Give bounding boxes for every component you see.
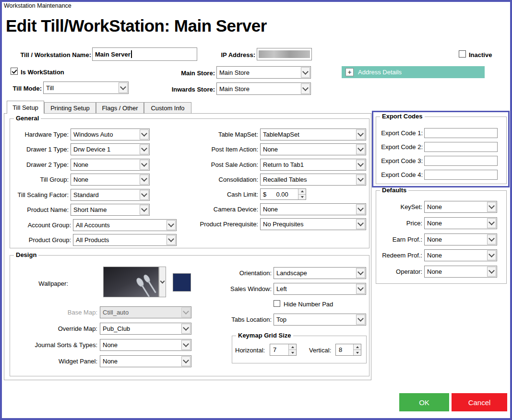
sales-window-select[interactable]: Left [274, 283, 366, 295]
account-group-select[interactable]: All Accounts [73, 219, 177, 231]
dropdown-arrow-icon[interactable] [119, 82, 128, 93]
dropdown-arrow-icon[interactable] [487, 202, 496, 212]
redeem-prof-select[interactable]: None [424, 249, 497, 261]
is-workstation-checkbox[interactable] [11, 68, 18, 75]
dropdown-arrow-icon[interactable] [487, 218, 496, 228]
export-code-1-input[interactable] [424, 128, 498, 138]
dropdown-arrow-icon[interactable] [356, 175, 365, 185]
hardware-type-select[interactable]: Windows Auto [71, 128, 150, 140]
dropdown-arrow-icon[interactable] [167, 235, 176, 245]
dropdown-arrow-icon[interactable] [356, 144, 365, 154]
post-item-action-label: Post Item Action: [185, 146, 258, 153]
dropdown-arrow-icon[interactable] [356, 268, 365, 278]
spinner-buttons[interactable] [288, 344, 296, 355]
dropdown-arrow-icon[interactable] [356, 284, 365, 294]
tabs-location-select[interactable]: Top [274, 314, 366, 326]
consolidation-select[interactable]: Recalled Tables [260, 174, 366, 186]
inactive-checkbox[interactable] [459, 50, 466, 58]
tab-flags-other[interactable]: Flags / Other [96, 102, 144, 114]
post-item-action-select[interactable]: None [260, 143, 366, 155]
keyset-select[interactable]: None [424, 201, 497, 213]
inactive-label[interactable]: Inactive [469, 51, 492, 58]
widget-panel-select[interactable]: None [100, 355, 191, 367]
horizontal-input[interactable]: 7 [270, 344, 297, 356]
dropdown-arrow-icon[interactable] [356, 160, 365, 170]
spin-down-button[interactable] [354, 350, 361, 355]
till-workstation-name-input[interactable]: Main Server [92, 47, 197, 61]
dropdown-arrow-icon[interactable] [140, 129, 149, 140]
product-name-select[interactable]: Short Name [71, 204, 150, 216]
hide-number-pad-label[interactable]: Hide Number Pad [284, 301, 333, 308]
spinner-buttons[interactable] [353, 344, 361, 355]
drawer-2-type-select[interactable]: None [71, 159, 150, 171]
till-mode-select[interactable]: Till [43, 82, 129, 94]
camera-device-select[interactable]: None [260, 203, 366, 215]
earn-prof-select[interactable]: None [424, 233, 497, 245]
spinner-buttons[interactable] [298, 189, 306, 199]
spin-up-button[interactable] [354, 344, 361, 350]
dropdown-arrow-icon[interactable] [181, 356, 191, 366]
cutlery-photo-icon [104, 267, 158, 297]
dropdown-arrow-icon[interactable] [356, 129, 365, 140]
dropdown-arrow-icon[interactable] [356, 219, 365, 229]
address-details-label: Address Details [358, 69, 402, 76]
consolidation-value: Recalled Tables [261, 174, 356, 185]
till-group-select[interactable]: None [71, 174, 150, 186]
operator-select[interactable]: None [424, 266, 497, 278]
is-workstation-label[interactable]: Is WorkStation [21, 69, 64, 76]
till-scaling-factor-select[interactable]: Standard [71, 189, 150, 201]
ip-address-input[interactable] [257, 48, 312, 60]
spin-down-button[interactable] [298, 194, 306, 200]
inwards-store-select[interactable]: Main Store [216, 82, 311, 95]
dropdown-arrow-icon[interactable] [301, 67, 310, 78]
journal-sorts-types-select[interactable]: None [100, 339, 191, 351]
dropdown-arrow-icon[interactable] [487, 250, 496, 260]
dropdown-arrow-icon[interactable] [356, 315, 365, 325]
cash-limit-input[interactable]: $ 0.00 [260, 188, 306, 200]
override-map-select[interactable]: Pub_Club [100, 323, 191, 335]
tab-custom-info[interactable]: Custom Info [144, 102, 191, 114]
spin-up-button[interactable] [298, 189, 306, 194]
hide-number-pad-checkbox[interactable] [274, 300, 280, 307]
dropdown-arrow-icon[interactable] [140, 205, 149, 215]
dropdown-arrow-icon[interactable] [487, 267, 496, 277]
dropdown-arrow-icon[interactable] [301, 83, 310, 94]
wallpaper-color-swatch[interactable] [173, 273, 191, 292]
vertical-input[interactable]: 8 [335, 344, 361, 356]
keyset-value: None [425, 201, 487, 212]
dropdown-arrow-icon[interactable] [487, 234, 496, 245]
spin-up-button[interactable] [289, 344, 296, 350]
ok-button[interactable]: OK [399, 393, 449, 411]
dropdown-arrow-icon[interactable] [140, 160, 149, 170]
export-code-2-input[interactable] [424, 142, 498, 152]
dropdown-arrow-icon[interactable] [181, 340, 191, 350]
wallpaper-preview-image[interactable] [103, 267, 159, 297]
dropdown-arrow-icon[interactable] [181, 324, 191, 334]
dropdown-arrow-icon[interactable] [140, 175, 149, 185]
orientation-select[interactable]: Landscape [274, 267, 366, 279]
tabs-location-label: Tabs Location: [210, 316, 272, 323]
dropdown-arrow-icon[interactable] [140, 190, 149, 200]
tab-printing-setup[interactable]: Printing Setup [44, 102, 96, 114]
window-title: Workstation Maintenance [4, 2, 71, 10]
account-group-value: All Accounts [73, 220, 166, 231]
drawer-1-type-select[interactable]: Drw Device 1 [71, 143, 150, 155]
main-store-select[interactable]: Main Store [216, 66, 311, 79]
product-prerequisite-select[interactable]: No Prequisites [260, 218, 366, 230]
tab-till-setup[interactable]: Till Setup [7, 101, 44, 114]
table-mapset-select[interactable]: TableMapSet [260, 128, 366, 140]
inwards-store-value: Main Store [217, 83, 300, 94]
dropdown-arrow-icon[interactable] [167, 220, 176, 230]
wallpaper-dropdown-button[interactable] [159, 267, 166, 297]
address-details-button[interactable]: + Address Details [342, 66, 485, 78]
product-group-select[interactable]: All Products [73, 234, 177, 246]
cancel-button[interactable]: Cancel [452, 393, 507, 411]
page-title: Edit Till/WorkStation: Main Server [6, 16, 267, 35]
dropdown-arrow-icon[interactable] [356, 204, 365, 214]
export-code-3-input[interactable] [424, 156, 498, 166]
price-select[interactable]: None [424, 217, 497, 229]
spin-down-button[interactable] [289, 350, 296, 355]
post-sale-action-select[interactable]: Return to Tab1 [260, 159, 366, 171]
dropdown-arrow-icon[interactable] [140, 144, 149, 154]
export-code-4-input[interactable] [424, 170, 498, 180]
